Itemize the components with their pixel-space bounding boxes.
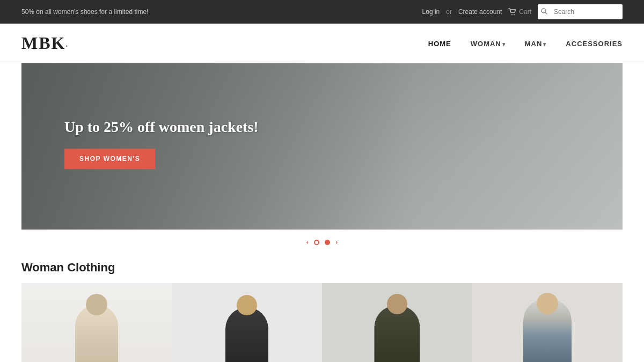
create-account-link[interactable]: Create account xyxy=(458,8,502,16)
svg-point-2 xyxy=(541,9,546,13)
top-bar-actions: Log in or Create account Cart xyxy=(422,4,623,19)
nav-link-woman[interactable]: WOMAN▾ xyxy=(471,40,506,48)
product-card-2[interactable] xyxy=(172,283,322,362)
nav-item-woman[interactable]: WOMAN▾ xyxy=(471,39,506,48)
product-grid xyxy=(0,283,644,362)
nav-link-accessories[interactable]: ACCESSORIES xyxy=(566,40,623,48)
slider-next-button[interactable]: › xyxy=(335,238,338,247)
slider-prev-button[interactable]: ‹ xyxy=(306,238,309,247)
logo[interactable]: MBK· xyxy=(21,33,69,53)
cart-icon xyxy=(508,8,517,16)
logo-symbol: · xyxy=(65,42,69,50)
chevron-down-icon: ▾ xyxy=(543,41,546,47)
header: MBK· HOME WOMAN▾ MAN▾ ACCESSORIES xyxy=(0,24,644,63)
hero-banner: Up to 25% off women jackets! SHOP WOMEN'… xyxy=(21,63,623,230)
main-nav: HOME WOMAN▾ MAN▾ ACCESSORIES xyxy=(428,39,623,48)
slider-dot-1[interactable] xyxy=(314,240,319,245)
nav-item-accessories[interactable]: ACCESSORIES xyxy=(566,39,623,48)
or-separator: or xyxy=(446,8,452,16)
search-wrap[interactable] xyxy=(538,4,623,19)
nav-item-home[interactable]: HOME xyxy=(428,39,451,48)
slider-dot-2[interactable] xyxy=(325,240,330,245)
product-card-3[interactable] xyxy=(322,283,472,362)
slider-nav: ‹ › xyxy=(0,230,644,255)
svg-line-3 xyxy=(546,12,547,14)
search-icon xyxy=(541,8,547,16)
login-link[interactable]: Log in xyxy=(422,8,440,16)
search-input[interactable] xyxy=(550,6,619,18)
chevron-down-icon: ▾ xyxy=(502,41,506,47)
hero-title: Up to 25% off women jackets! xyxy=(64,119,259,136)
product-card-4[interactable] xyxy=(472,283,623,362)
cart-area[interactable]: Cart xyxy=(508,8,531,16)
product-card-1[interactable] xyxy=(21,283,172,362)
section-title: Woman Clothing xyxy=(0,255,644,283)
nav-link-man[interactable]: MAN▾ xyxy=(525,40,547,48)
svg-point-1 xyxy=(514,14,515,16)
logo-text: MBK xyxy=(21,33,65,53)
nav-link-home[interactable]: HOME xyxy=(428,40,451,48)
cart-label: Cart xyxy=(519,8,531,16)
nav-item-man[interactable]: MAN▾ xyxy=(525,39,547,48)
top-bar: 50% on all women's shoes for a limited t… xyxy=(0,0,644,24)
shop-womens-button[interactable]: SHOP WOMEN'S xyxy=(64,149,155,169)
promo-text: 50% on all women's shoes for a limited t… xyxy=(21,8,148,16)
svg-point-0 xyxy=(511,14,513,16)
hero-content: Up to 25% off women jackets! SHOP WOMEN'… xyxy=(64,119,259,169)
